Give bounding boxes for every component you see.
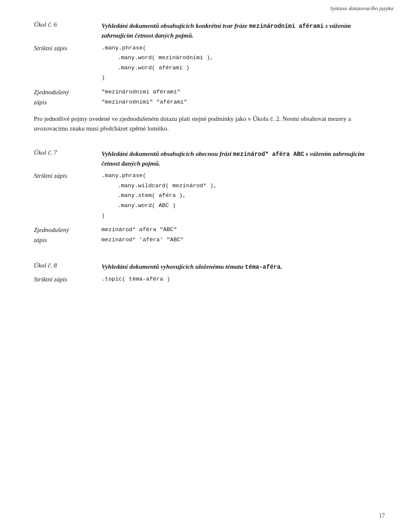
task8-section: Úkol č. 8 Vyhledání dokumentů vyhovující… xyxy=(34,262,372,284)
task8-desc-mono: téma-aféra xyxy=(245,264,280,270)
task7-desc-plain: Vyhledání dokumentů obsahujících obecnou… xyxy=(102,150,233,157)
task8-strict-content: .topic( téma-aféra ) xyxy=(102,274,372,284)
task7-strict-line0: .many.phrase( xyxy=(102,171,372,181)
task7-strict-label: Striktní zápis xyxy=(34,171,102,181)
page-content: Úkol č. 6 Vyhledání dokumentů obsahující… xyxy=(0,0,406,333)
task7-label: Úkol č. 7 xyxy=(34,149,102,169)
task8-strict-row: Striktní zápis .topic( téma-aféra ) xyxy=(34,274,372,284)
task8-strict-label: Striktní zápis xyxy=(34,274,102,284)
task7-simple-label: Zjednodušený zápis xyxy=(34,225,102,245)
task6-note: Pro jednotlivé pojmy uvedené ve zjednodu… xyxy=(34,114,372,134)
task8-desc-plain: Vyhledání dokumentů vyhovujících uložené… xyxy=(102,263,245,270)
task8-desc-suffix: . xyxy=(280,263,282,270)
task7-desc-mono: mezinárod* aféra ABC xyxy=(233,151,304,158)
task7-description: Vyhledání dokumentů obsahujících obecnou… xyxy=(102,149,372,169)
task8-description: Vyhledání dokumentů vyhovujících uložené… xyxy=(102,262,372,272)
page-number: 17 xyxy=(379,513,385,519)
task6-label: Úkol č. 6 xyxy=(34,21,102,41)
task6-desc-plain: Vyhledání dokumentů obsahujících konkrét… xyxy=(102,22,249,29)
task7-strict-line4: ) xyxy=(102,211,372,221)
task6-strict-content: .many.phrase( .many.word( mezinárodními … xyxy=(102,43,372,83)
task7-section: Úkol č. 7 Vyhledání dokumentů obsahující… xyxy=(34,149,372,246)
task6-simple-content: "mezinárodními aférami" "mezinárodními" … xyxy=(102,87,372,107)
task7-strict-line1: .many.wildcard( mezinárod* ), xyxy=(102,181,372,191)
task6-simple-line0: "mezinárodními aférami" xyxy=(102,87,372,97)
task6-desc-mono: mezinárodními aférami xyxy=(249,23,324,30)
task6-strict-line1: .many.word( mezinárodními ), xyxy=(102,53,372,63)
task7-strict-line2: .many.stem( aféra ), xyxy=(102,191,372,201)
task7-strict-content: .many.phrase( .many.wildcard( mezinárod*… xyxy=(102,171,372,221)
task7-simple-row: Zjednodušený zápis mezinárod* aféra "ABC… xyxy=(34,225,372,245)
task6-strict-label: Striktní zápis xyxy=(34,43,102,53)
task6-section: Úkol č. 6 Vyhledání dokumentů obsahující… xyxy=(34,21,372,134)
task6-simple-row: Zjednodušený zápis "mezinárodními aféram… xyxy=(34,87,372,107)
task7-strict-line3: .many.word( ABC ) xyxy=(102,201,372,211)
page-header: Syntaxe dotazovacího jazyka xyxy=(330,5,393,12)
header-title: Syntaxe dotazovacího jazyka xyxy=(330,5,393,11)
task8-heading-row: Úkol č. 8 Vyhledání dokumentů vyhovující… xyxy=(34,262,372,272)
task6-strict-line3: ) xyxy=(102,73,372,83)
task6-strict-line0: .many.phrase( xyxy=(102,43,372,53)
task7-simple-line0: mezinárod* aféra "ABC" xyxy=(102,225,372,235)
task7-strict-row: Striktní zápis .many.phrase( .many.wildc… xyxy=(34,171,372,221)
task6-simple-label: Zjednodušený zápis xyxy=(34,87,102,107)
task8-strict-line0: .topic( téma-aféra ) xyxy=(102,274,372,284)
task6-strict-line2: .many.word( aférami ) xyxy=(102,63,372,73)
task8-label: Úkol č. 8 xyxy=(34,262,102,272)
task6-description: Vyhledání dokumentů obsahujících konkrét… xyxy=(102,21,372,41)
task7-heading-row: Úkol č. 7 Vyhledání dokumentů obsahující… xyxy=(34,149,372,169)
task6-simple-line1: "mezinárodními" "aférami" xyxy=(102,97,372,107)
task7-simple-line1: mezinárod* 'aféra' "ABC" xyxy=(102,235,372,245)
task7-simple-content: mezinárod* aféra "ABC" mezinárod* 'aféra… xyxy=(102,225,372,245)
task6-heading-row: Úkol č. 6 Vyhledání dokumentů obsahující… xyxy=(34,21,372,41)
task6-strict-row: Striktní zápis .many.phrase( .many.word(… xyxy=(34,43,372,83)
